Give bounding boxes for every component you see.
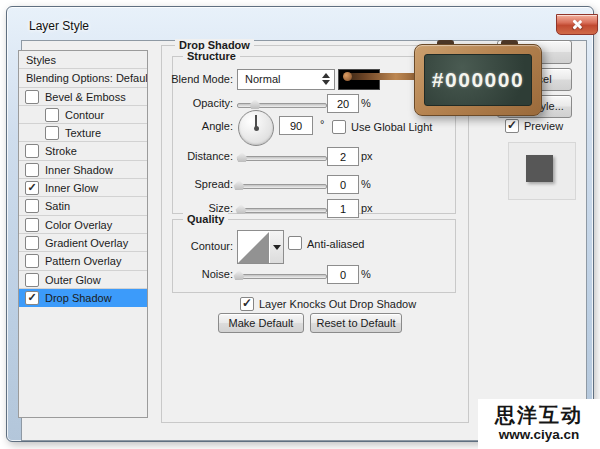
noise-label: Noise:: [153, 268, 233, 280]
spread-slider[interactable]: [237, 184, 327, 189]
opacity-input[interactable]: [327, 94, 359, 113]
window-title: Layer Style: [29, 19, 89, 33]
checkbox[interactable]: [25, 218, 39, 232]
checkbox[interactable]: [25, 254, 39, 268]
structure-legend: Structure: [183, 50, 240, 62]
sidebar-item-contour[interactable]: Contour: [19, 106, 147, 124]
preview-checkbox[interactable]: ✓: [505, 119, 519, 133]
noise-unit: %: [361, 268, 371, 280]
screen: Layer Style Styles Blending Options: Def…: [0, 0, 600, 449]
checkbox[interactable]: [45, 126, 59, 140]
watermark-name: 思洋互动: [478, 402, 600, 429]
sidebar-item-inner-shadow[interactable]: Inner Shadow: [19, 161, 147, 179]
sidebar-item-pattern-overlay[interactable]: Pattern Overlay: [19, 252, 147, 270]
chalkboard-text: #000000: [424, 54, 532, 106]
pointer-tip: [343, 72, 352, 81]
checkbox[interactable]: [25, 163, 39, 177]
noise-slider[interactable]: [237, 274, 327, 279]
use-global-light-checkbox[interactable]: [332, 120, 346, 134]
anti-aliased-label: Anti-aliased: [307, 238, 364, 250]
quality-group: [172, 219, 456, 293]
chevron-updown-icon: [322, 73, 330, 85]
quality-legend: Quality: [183, 213, 228, 225]
sidebar-item-inner-glow[interactable]: ✓ Inner Glow: [19, 179, 147, 197]
checkbox-checked[interactable]: ✓: [25, 291, 39, 305]
watermark-url: www.ciya.cn: [478, 427, 600, 442]
wooden-pointer: [349, 73, 421, 80]
checkbox[interactable]: [25, 199, 39, 213]
angle-unit: °: [320, 118, 324, 130]
checkbox[interactable]: [25, 90, 39, 104]
chalkboard: #000000: [414, 44, 542, 116]
sidebar-item-styles[interactable]: Styles: [19, 51, 147, 69]
distance-unit: px: [361, 150, 373, 162]
sidebar-item-satin[interactable]: Satin: [19, 197, 147, 215]
checkbox[interactable]: [25, 236, 39, 250]
size-input[interactable]: [327, 199, 359, 218]
contour-dropdown-arrow[interactable]: [270, 230, 284, 264]
make-default-button[interactable]: Make Default: [218, 313, 304, 333]
sidebar-item-color-overlay[interactable]: Color Overlay: [19, 216, 147, 234]
chevron-down-icon: [273, 245, 281, 250]
preview-label: Preview: [524, 120, 563, 132]
spread-unit: %: [361, 178, 371, 190]
use-global-light-label: Use Global Light: [351, 121, 432, 133]
distance-slider[interactable]: [237, 156, 327, 161]
checkbox[interactable]: [45, 108, 59, 122]
sidebar-item-drop-shadow[interactable]: ✓ Drop Shadow: [19, 289, 147, 307]
sidebar-item-bevel-emboss[interactable]: Bevel & Emboss: [19, 88, 147, 106]
noise-input[interactable]: [327, 265, 359, 284]
sidebar-item-outer-glow[interactable]: Outer Glow: [19, 271, 147, 289]
angle-label: Angle:: [153, 120, 233, 132]
distance-label: Distance:: [153, 150, 233, 162]
spread-label: Spread:: [153, 178, 233, 190]
layer-knocks-out-label: Layer Knocks Out Drop Shadow: [259, 298, 416, 310]
opacity-unit: %: [361, 97, 371, 109]
layer-knocks-out-checkbox[interactable]: ✓: [240, 297, 254, 311]
blend-mode-select[interactable]: Normal: [237, 69, 335, 90]
sidebar-item-stroke[interactable]: Stroke: [19, 142, 147, 160]
sidebar-item-blending-options[interactable]: Blending Options: Default: [19, 69, 147, 87]
checkbox[interactable]: [25, 273, 39, 287]
reset-to-default-button[interactable]: Reset to Default: [310, 313, 402, 333]
blend-mode-label: Blend Mode:: [153, 73, 233, 85]
sidebar-item-gradient-overlay[interactable]: Gradient Overlay: [19, 234, 147, 252]
size-unit: px: [361, 202, 373, 214]
contour-picker[interactable]: [237, 230, 271, 264]
anti-aliased-checkbox[interactable]: [288, 236, 302, 250]
preview-thumbnail: [508, 142, 576, 200]
angle-dial[interactable]: [238, 110, 274, 146]
contour-label: Contour:: [153, 240, 233, 252]
close-button[interactable]: [556, 14, 598, 35]
opacity-label: Opacity:: [153, 97, 233, 109]
size-slider[interactable]: [237, 208, 327, 213]
linear-contour-icon: [238, 232, 269, 263]
styles-list: Styles Blending Options: Default Bevel &…: [18, 50, 148, 418]
angle-input[interactable]: [279, 116, 313, 135]
checkbox[interactable]: [25, 144, 39, 158]
spread-input[interactable]: [327, 175, 359, 194]
distance-input[interactable]: [327, 147, 359, 166]
checkbox-checked[interactable]: ✓: [25, 181, 39, 195]
watermark: 思洋互动 www.ciya.cn: [478, 399, 600, 449]
sidebar-item-texture[interactable]: Texture: [19, 124, 147, 142]
preview-shape: [526, 155, 553, 182]
